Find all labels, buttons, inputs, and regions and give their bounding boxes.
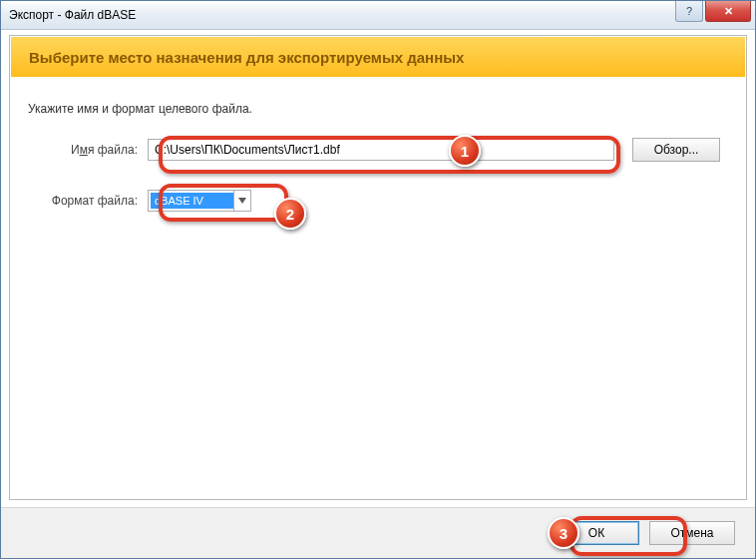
titlebar: Экспорт - Файл dBASE ? ✕ bbox=[1, 1, 755, 30]
dialog-footer: ОК Отмена bbox=[1, 507, 755, 558]
ok-button[interactable]: ОК bbox=[554, 521, 639, 545]
format-label: Формат файла: bbox=[28, 194, 148, 208]
window-controls: ? ✕ bbox=[673, 1, 751, 22]
dialog-content: Выберите место назначения для экспортиру… bbox=[9, 35, 747, 500]
cancel-button[interactable]: Отмена bbox=[649, 521, 735, 545]
format-row: Формат файла: dBASE IV (*.dbf) bbox=[28, 190, 728, 212]
banner-heading: Выберите место назначения для экспортиру… bbox=[29, 49, 464, 66]
body: Укажите имя и формат целевого файла. Имя… bbox=[10, 78, 746, 212]
filename-input[interactable] bbox=[148, 139, 614, 161]
dialog-window: Экспорт - Файл dBASE ? ✕ Выберите место … bbox=[0, 0, 756, 559]
browse-button[interactable]: Обзор... bbox=[632, 138, 720, 162]
banner: Выберите место назначения для экспортиру… bbox=[11, 37, 745, 77]
filename-row: Имя файла: Обзор... bbox=[28, 138, 728, 162]
chevron-down-icon bbox=[233, 191, 250, 211]
format-select[interactable]: dBASE IV (*.dbf) bbox=[148, 190, 251, 212]
help-button[interactable]: ? bbox=[675, 1, 703, 22]
filename-label: Имя файла: bbox=[28, 143, 148, 157]
window-title: Экспорт - Файл dBASE bbox=[1, 8, 136, 22]
instruction-text: Укажите имя и формат целевого файла. bbox=[28, 102, 728, 116]
close-button[interactable]: ✕ bbox=[705, 1, 751, 22]
format-select-value: dBASE IV (*.dbf) bbox=[151, 193, 233, 209]
